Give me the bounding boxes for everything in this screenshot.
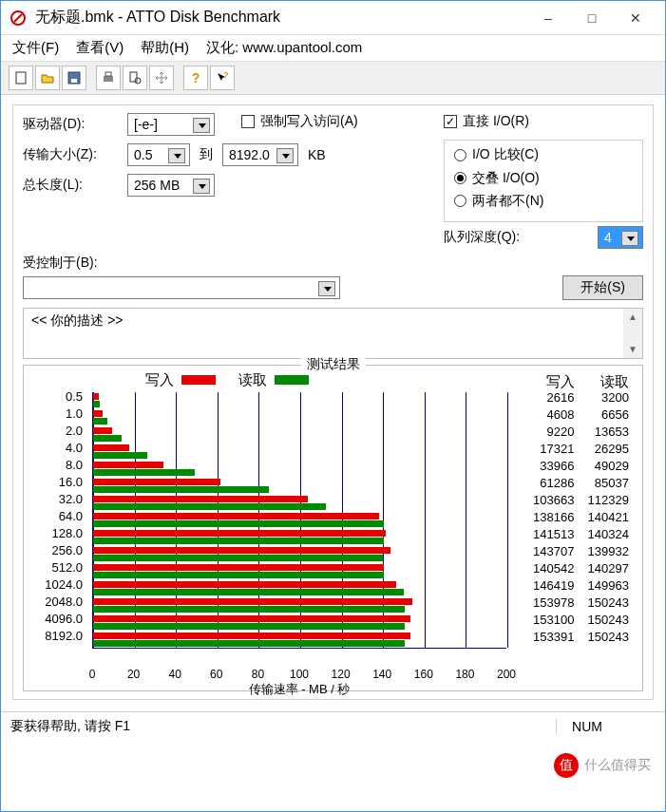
drive-combo[interactable]: [-e-] [127,113,215,136]
table-row: 153391150243 [520,630,635,647]
status-num: NUM [556,719,618,734]
menu-view[interactable]: 查看(V) [76,39,124,57]
table-row: 153978150243 [520,595,635,613]
bar-read [93,469,195,476]
force-write-checkbox[interactable]: 强制写入访问(A) [241,113,358,130]
table-row: 146419149963 [520,578,635,595]
scroll-down-icon[interactable]: ▼ [623,341,642,358]
close-button[interactable]: ✕ [614,1,657,35]
bar-write [93,547,390,554]
bar-write [93,530,386,537]
bar-write [93,598,412,605]
col-write: 写入 [525,373,580,390]
bar-read [93,589,404,595]
y-tick: 128.0 [31,525,86,542]
menu-file[interactable]: 文件(F) [12,39,59,57]
table-row: 153100150243 [520,613,635,630]
svg-rect-4 [104,76,113,82]
bar-read [93,555,383,561]
y-tick: 512.0 [31,559,86,576]
bar-write [93,564,384,571]
svg-rect-1 [16,72,26,84]
bar-read [93,538,384,544]
minimize-button[interactable]: – [526,1,570,35]
legend-read: 读取 [238,371,309,389]
bar-read [93,435,122,442]
bar-write [93,615,410,622]
x-tick: 80 [252,668,264,681]
neither-radio[interactable]: 两者都不(N) [454,193,543,210]
menu-help[interactable]: 帮助(H) [141,39,189,57]
io-compare-radio[interactable]: I/O 比较(C) [454,146,539,163]
x-tick: 140 [372,668,391,681]
checkbox-icon [241,115,255,128]
radio-icon [454,149,466,161]
x-tick: 60 [210,668,222,681]
bar-read [93,486,269,493]
bar-write [93,427,112,434]
results-panel: 测试结果 写入 读取 0.51.02.04.08.016.032.064.012… [23,365,643,691]
table-row: 143707139932 [520,544,635,561]
bar-read [93,572,384,578]
y-tick: 4096.0 [31,611,86,628]
col-read: 读取 [580,373,636,390]
table-row: 922013653 [520,425,635,442]
move-icon[interactable] [149,66,174,90]
y-tick: 16.0 [31,474,86,491]
controlled-by-combo[interactable] [23,276,340,299]
svg-rect-3 [71,79,77,83]
bar-read [93,503,326,510]
save-icon[interactable] [62,66,86,90]
y-tick: 4.0 [31,440,86,457]
transfer-size-label: 传输大小(Z): [23,146,127,163]
start-button[interactable]: 开始(S) [562,275,643,300]
x-tick: 180 [455,668,474,681]
bar-read [93,640,405,647]
size-to-combo[interactable]: 8192.0 [222,143,298,166]
svg-rect-6 [130,72,137,82]
table-row: 3396649029 [520,459,635,476]
table-row: 6128685037 [520,476,635,493]
print-icon[interactable] [96,66,121,90]
status-help: 要获得帮助, 请按 F1 [10,718,130,735]
legend-write: 写入 [145,371,216,389]
y-tick: 2.0 [31,423,86,440]
maximize-button[interactable]: □ [570,1,614,35]
x-tick: 0 [89,668,96,681]
window-title: 无标题.bmk - ATTO Disk Benchmark [35,8,526,28]
help-icon[interactable]: ? [183,66,208,90]
size-from-combo[interactable]: 0.5 [127,143,190,166]
x-tick: 20 [127,668,140,681]
whats-this-icon[interactable]: ? [210,66,235,90]
y-tick: 8.0 [31,457,86,474]
y-tick: 32.0 [31,491,86,508]
open-icon[interactable] [35,66,60,90]
description-textarea[interactable]: << 你的描述 >> ▲ ▼ [23,308,643,359]
new-icon[interactable] [9,66,33,90]
overlap-io-radio[interactable]: 交叠 I/O(O) [454,170,540,187]
x-tick: 40 [169,668,181,681]
client-area: 驱动器(D): [-e-] 强制写入访问(A) 传输大小(Z): 0.5 到 8… [1,95,665,711]
scroll-up-icon[interactable]: ▲ [623,309,642,326]
chart: 写入 读取 0.51.02.04.08.016.032.064.0128.025… [31,373,516,683]
bar-read [93,606,405,613]
table-row: 138166140421 [520,510,635,527]
queue-depth-label: 队列深度(Q): [444,229,520,246]
queue-depth-combo[interactable]: 4 [598,226,643,249]
radio-icon [454,195,466,207]
controlled-by-label: 受控制于(B): [23,255,643,272]
y-tick: 0.5 [31,388,86,406]
y-tick: 1.0 [31,406,86,423]
y-tick: 64.0 [31,508,86,525]
svg-text:?: ? [223,71,229,80]
x-tick: 200 [497,668,516,681]
preview-icon[interactable] [123,66,147,90]
bar-read [93,520,384,527]
titlebar: 无标题.bmk - ATTO Disk Benchmark – □ ✕ [1,1,665,35]
total-length-combo[interactable]: 256 MB [127,174,215,197]
table-row: 1732126295 [520,442,635,459]
table-row: 46086656 [520,407,635,425]
scrollbar[interactable]: ▲ ▼ [623,309,642,358]
direct-io-checkbox[interactable]: ✓ 直接 I/O(R) [444,113,529,130]
toolbar: ? ? [1,62,665,95]
